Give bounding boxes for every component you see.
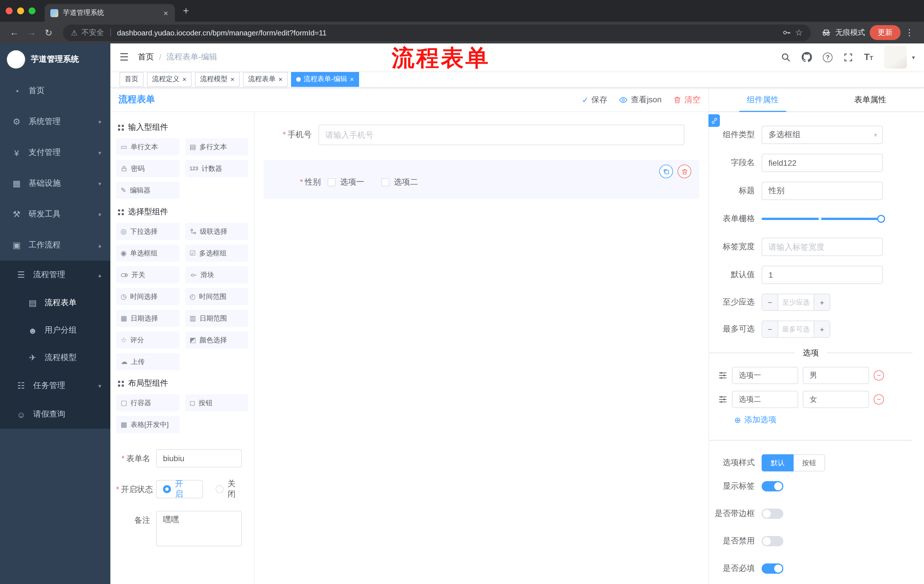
tag-process-form-edit[interactable]: 流程表单-编辑 × — [291, 72, 359, 87]
chip-button[interactable]: ◻按钮 — [185, 394, 248, 411]
option-value-input[interactable] — [803, 391, 869, 408]
close-window-button[interactable] — [6, 7, 13, 14]
sidebar-item-user-group[interactable]: ☻ 用户分组 — [0, 317, 111, 344]
tag-close-icon[interactable]: × — [182, 75, 186, 83]
drag-handle-icon[interactable] — [718, 371, 727, 380]
show-label-toggle[interactable] — [762, 481, 783, 492]
tag-home[interactable]: 首页 — [119, 72, 144, 87]
decrease-button[interactable]: − — [762, 321, 778, 337]
option-label-input[interactable] — [732, 391, 798, 408]
phone-input[interactable] — [318, 125, 685, 145]
chip-select[interactable]: ◎下拉选择 — [116, 223, 179, 240]
remove-option-button[interactable]: − — [874, 370, 884, 380]
browser-menu-icon[interactable]: ⋮ — [901, 28, 918, 38]
github-icon[interactable] — [802, 52, 812, 62]
tag-process-model[interactable]: 流程模型 × — [195, 72, 239, 87]
chip-date-picker[interactable]: ▦日期选择 — [116, 310, 179, 327]
sidebar-item-workflow[interactable]: ▣ 工作流程 ▴ — [0, 230, 111, 261]
style-default-button[interactable]: 默认 — [762, 454, 794, 471]
chip-time-picker[interactable]: ◷时间选择 — [116, 288, 179, 305]
tag-close-icon[interactable]: × — [350, 75, 354, 83]
update-button[interactable]: 更新 — [870, 25, 901, 40]
option-label-input[interactable] — [732, 367, 798, 384]
minimize-window-button[interactable] — [17, 7, 24, 14]
sidebar-item-payment-management[interactable]: ¥ 支付管理 ▾ — [0, 137, 111, 168]
decrease-button[interactable]: − — [762, 294, 778, 310]
phone-field-row[interactable]: *手机号 — [264, 125, 699, 145]
search-icon[interactable] — [781, 52, 791, 62]
breadcrumb-home[interactable]: 首页 — [138, 52, 154, 62]
sidebar-item-task-management[interactable]: ☷ 任务管理 ▾ — [0, 372, 111, 400]
bookmark-star-icon[interactable]: ☆ — [795, 28, 803, 38]
sidebar-item-infrastructure[interactable]: ▦ 基础设施 ▾ — [0, 168, 111, 199]
sidebar-item-home[interactable]: ◔ 首页 — [0, 76, 111, 106]
avatar[interactable] — [884, 46, 907, 69]
link-button[interactable] — [708, 114, 720, 127]
label-width-input[interactable] — [762, 238, 883, 256]
status-on-radio[interactable]: 开启 — [156, 480, 203, 498]
back-button[interactable]: ← — [6, 28, 23, 38]
text-size-icon[interactable]: TT — [864, 52, 873, 62]
sidebar-item-process-form[interactable]: ▤ 流程表单 — [0, 289, 111, 317]
save-button[interactable]: ✓ 保存 — [582, 95, 607, 105]
chip-checkbox-group[interactable]: ☑多选框组 — [185, 245, 248, 262]
tag-process-definition[interactable]: 流程定义 × — [147, 72, 191, 87]
chip-radio-group[interactable]: ◉单选框组 — [116, 245, 179, 262]
increase-button[interactable]: + — [813, 294, 830, 310]
remove-option-button[interactable]: − — [874, 394, 884, 405]
help-icon[interactable]: ? — [823, 52, 833, 62]
copy-field-button[interactable] — [659, 165, 673, 178]
delete-field-button[interactable] — [678, 165, 691, 178]
chip-color-picker[interactable]: ◩颜色选择 — [185, 331, 248, 349]
address-bar[interactable]: ⚠ 不安全 dashboard.yudao.iocoder.cn/bpm/man… — [63, 24, 811, 41]
border-toggle[interactable] — [762, 508, 783, 519]
chip-cascader[interactable]: 级联选择 — [185, 223, 248, 240]
tab-close-icon[interactable]: × — [162, 8, 169, 17]
chip-single-line-text[interactable]: ▭单行文本 — [116, 138, 179, 155]
chip-row-container[interactable]: ▢行容器 — [116, 394, 179, 411]
sidebar-item-leave-query[interactable]: ☺ 请假查询 — [0, 400, 111, 429]
key-icon[interactable] — [782, 28, 791, 37]
reload-button[interactable]: ↻ — [40, 27, 57, 38]
disabled-toggle[interactable] — [762, 536, 783, 546]
sidebar-item-process-model[interactable]: ✈ 流程模型 — [0, 344, 111, 372]
chip-time-range[interactable]: ◴时间范围 — [185, 288, 248, 305]
form-remark-textarea[interactable]: 嘿嘿 — [156, 511, 242, 546]
gender-option2-checkbox[interactable]: 选项二 — [381, 177, 418, 188]
forward-button[interactable]: → — [23, 28, 40, 38]
chip-table[interactable]: ▩表格[开发中] — [116, 416, 179, 433]
drag-handle-icon[interactable] — [718, 395, 727, 404]
increase-button[interactable]: + — [813, 321, 830, 337]
gender-field-block[interactable]: *性别 选项一 选项二 — [264, 160, 699, 199]
chip-slider[interactable]: 滑块 — [185, 266, 248, 283]
tag-process-form[interactable]: 流程表单 × — [243, 72, 288, 87]
browser-tab[interactable]: 芋道管理系统 × — [45, 4, 175, 22]
min-select-value[interactable]: 至少应选 — [778, 294, 813, 310]
default-value-input[interactable] — [762, 266, 883, 284]
sidebar-item-system-management[interactable]: ⚙ 系统管理 ▾ — [0, 106, 111, 137]
option-value-input[interactable] — [803, 367, 869, 384]
form-grid-slider[interactable] — [762, 210, 883, 228]
add-option-button[interactable]: ⊕ 添加选项 — [718, 415, 912, 425]
component-type-select[interactable]: 多选框组▾ — [762, 126, 883, 144]
chip-rate[interactable]: ☆评分 — [116, 331, 179, 349]
chip-date-range[interactable]: ▥日期范围 — [185, 310, 248, 327]
style-button-button[interactable]: 按钮 — [794, 454, 825, 471]
view-json-button[interactable]: 查看json — [619, 95, 662, 105]
tab-component-props[interactable]: 组件属性 — [709, 88, 817, 112]
slider-handle[interactable] — [877, 215, 885, 223]
tag-close-icon[interactable]: × — [279, 75, 282, 83]
field-name-input[interactable] — [762, 154, 883, 172]
hamburger-icon[interactable]: ☰ — [119, 51, 129, 63]
fullscreen-icon[interactable] — [843, 52, 853, 62]
max-select-value[interactable]: 最多可选 — [778, 321, 813, 337]
tab-form-props[interactable]: 表单属性 — [817, 88, 924, 112]
title-input[interactable] — [762, 182, 883, 200]
chip-password[interactable]: 密码 — [116, 160, 179, 177]
form-name-input[interactable] — [156, 449, 242, 467]
required-toggle[interactable] — [762, 563, 783, 574]
sidebar-item-process-management[interactable]: ☰ 流程管理 ▴ — [0, 261, 111, 289]
gender-option1-checkbox[interactable]: 选项一 — [328, 177, 364, 188]
sidebar-item-dev-tools[interactable]: ⚒ 研发工具 ▾ — [0, 199, 111, 230]
form-canvas[interactable]: *手机号 *性别 选项一 选项二 — [254, 112, 708, 584]
